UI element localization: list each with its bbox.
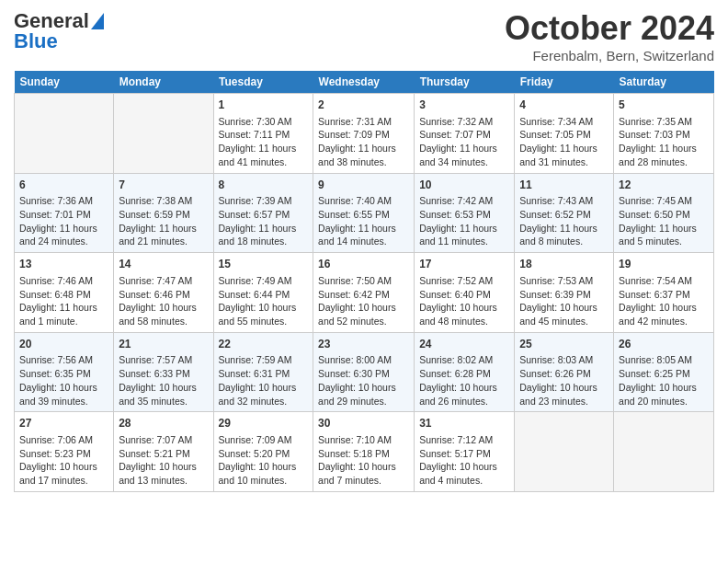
sunrise-text: Sunrise: 7:07 AM — [119, 434, 192, 445]
daylight-text: Daylight: 10 hours and 55 minutes. — [219, 302, 297, 327]
col-monday: Monday — [114, 71, 213, 94]
day-number: 6 — [19, 178, 108, 193]
daylight-text: Daylight: 11 hours and 38 minutes. — [318, 143, 396, 167]
daylight-text: Daylight: 10 hours and 7 minutes. — [318, 461, 396, 486]
sunset-text: Sunset: 6:48 PM — [19, 289, 91, 300]
day-cell: 15Sunrise: 7:49 AMSunset: 6:44 PMDayligh… — [213, 253, 313, 333]
day-cell: 21Sunrise: 7:57 AMSunset: 6:33 PMDayligh… — [114, 332, 213, 412]
sunrise-text: Sunrise: 7:10 AM — [318, 434, 392, 445]
day-number: 22 — [219, 337, 309, 352]
day-cell — [15, 94, 114, 174]
day-number: 10 — [419, 178, 509, 193]
sunset-text: Sunset: 6:37 PM — [619, 289, 690, 300]
daylight-text: Daylight: 11 hours and 11 minutes. — [419, 223, 497, 247]
day-number: 1 — [219, 98, 309, 113]
daylight-text: Daylight: 10 hours and 45 minutes. — [519, 302, 597, 327]
daylight-text: Daylight: 10 hours and 35 minutes. — [119, 382, 197, 407]
daylight-text: Daylight: 11 hours and 34 minutes. — [419, 143, 497, 167]
col-saturday: Saturday — [614, 71, 714, 94]
daylight-text: Daylight: 10 hours and 10 minutes. — [219, 461, 297, 486]
day-number: 15 — [219, 257, 309, 272]
day-cell: 14Sunrise: 7:47 AMSunset: 6:46 PMDayligh… — [114, 253, 213, 333]
day-number: 20 — [19, 337, 108, 352]
day-cell: 29Sunrise: 7:09 AMSunset: 5:20 PMDayligh… — [213, 412, 313, 492]
daylight-text: Daylight: 11 hours and 24 minutes. — [19, 223, 97, 247]
day-number: 31 — [419, 416, 509, 431]
day-number: 21 — [119, 337, 208, 352]
day-cell: 9Sunrise: 7:40 AMSunset: 6:55 PMDaylight… — [313, 173, 415, 253]
sunrise-text: Sunrise: 7:54 AM — [619, 275, 692, 286]
day-number: 2 — [318, 98, 409, 113]
sunset-text: Sunset: 6:28 PM — [419, 368, 491, 379]
day-number: 12 — [619, 178, 709, 193]
day-number: 4 — [519, 98, 609, 113]
sunrise-text: Sunrise: 8:02 AM — [419, 354, 493, 365]
day-cell: 17Sunrise: 7:52 AMSunset: 6:40 PMDayligh… — [415, 253, 515, 333]
sunrise-text: Sunrise: 7:09 AM — [219, 434, 292, 445]
sunset-text: Sunset: 6:40 PM — [419, 289, 491, 300]
sunrise-text: Sunrise: 7:39 AM — [219, 195, 292, 206]
header-row: Sunday Monday Tuesday Wednesday Thursday… — [15, 71, 714, 94]
day-cell: 31Sunrise: 7:12 AMSunset: 5:17 PMDayligh… — [415, 412, 515, 492]
sunset-text: Sunset: 6:52 PM — [519, 209, 591, 220]
sunset-text: Sunset: 6:26 PM — [519, 368, 591, 379]
day-cell — [515, 412, 614, 492]
sunrise-text: Sunrise: 7:46 AM — [19, 275, 93, 286]
week-row-2: 6Sunrise: 7:36 AMSunset: 7:01 PMDaylight… — [15, 173, 714, 253]
sunrise-text: Sunrise: 7:52 AM — [419, 275, 493, 286]
day-number: 17 — [419, 257, 509, 272]
day-number: 25 — [519, 337, 609, 352]
sunrise-text: Sunrise: 7:35 AM — [619, 116, 692, 127]
day-cell: 3Sunrise: 7:32 AMSunset: 7:07 PMDaylight… — [415, 94, 515, 174]
sunrise-text: Sunrise: 7:40 AM — [318, 195, 392, 206]
day-number: 3 — [419, 98, 509, 113]
day-cell: 19Sunrise: 7:54 AMSunset: 6:37 PMDayligh… — [614, 253, 714, 333]
col-tuesday: Tuesday — [213, 71, 313, 94]
day-cell: 28Sunrise: 7:07 AMSunset: 5:21 PMDayligh… — [114, 412, 213, 492]
sunset-text: Sunset: 7:11 PM — [219, 129, 290, 140]
sunrise-text: Sunrise: 7:12 AM — [419, 434, 493, 445]
daylight-text: Daylight: 11 hours and 21 minutes. — [119, 223, 197, 247]
sunrise-text: Sunrise: 7:31 AM — [318, 116, 392, 127]
sunset-text: Sunset: 7:01 PM — [19, 209, 91, 220]
sunset-text: Sunset: 6:42 PM — [318, 289, 390, 300]
header: General Blue October 2024 Ferenbalm, Ber… — [14, 9, 714, 63]
sunset-text: Sunset: 6:25 PM — [619, 368, 690, 379]
day-cell: 1Sunrise: 7:30 AMSunset: 7:11 PMDaylight… — [213, 94, 313, 174]
sunset-text: Sunset: 5:21 PM — [119, 448, 190, 459]
sunrise-text: Sunrise: 7:49 AM — [219, 275, 292, 286]
day-cell: 23Sunrise: 8:00 AMSunset: 6:30 PMDayligh… — [313, 332, 415, 412]
sunset-text: Sunset: 5:17 PM — [419, 448, 491, 459]
logo-blue: Blue — [14, 29, 58, 53]
week-row-5: 27Sunrise: 7:06 AMSunset: 5:23 PMDayligh… — [15, 412, 714, 492]
day-cell: 22Sunrise: 7:59 AMSunset: 6:31 PMDayligh… — [213, 332, 313, 412]
day-cell: 7Sunrise: 7:38 AMSunset: 6:59 PMDaylight… — [114, 173, 213, 253]
sunset-text: Sunset: 6:46 PM — [119, 289, 190, 300]
day-number: 8 — [219, 178, 309, 193]
day-cell: 5Sunrise: 7:35 AMSunset: 7:03 PMDaylight… — [614, 94, 714, 174]
day-number: 29 — [219, 416, 309, 431]
sunrise-text: Sunrise: 7:36 AM — [19, 195, 93, 206]
logo-arrow-icon — [91, 13, 104, 29]
day-cell: 16Sunrise: 7:50 AMSunset: 6:42 PMDayligh… — [313, 253, 415, 333]
day-number: 30 — [318, 416, 409, 431]
daylight-text: Daylight: 10 hours and 58 minutes. — [119, 302, 197, 327]
sunset-text: Sunset: 6:57 PM — [219, 209, 290, 220]
daylight-text: Daylight: 10 hours and 23 minutes. — [519, 382, 597, 407]
sunrise-text: Sunrise: 7:57 AM — [119, 354, 192, 365]
sunrise-text: Sunrise: 7:56 AM — [19, 354, 93, 365]
daylight-text: Daylight: 10 hours and 52 minutes. — [318, 302, 396, 327]
day-cell: 24Sunrise: 8:02 AMSunset: 6:28 PMDayligh… — [415, 332, 515, 412]
day-cell: 2Sunrise: 7:31 AMSunset: 7:09 PMDaylight… — [313, 94, 415, 174]
sunrise-text: Sunrise: 7:45 AM — [619, 195, 692, 206]
day-cell: 6Sunrise: 7:36 AMSunset: 7:01 PMDaylight… — [15, 173, 114, 253]
day-cell: 8Sunrise: 7:39 AMSunset: 6:57 PMDaylight… — [213, 173, 313, 253]
daylight-text: Daylight: 11 hours and 1 minute. — [19, 302, 97, 327]
col-wednesday: Wednesday — [313, 71, 415, 94]
daylight-text: Daylight: 10 hours and 29 minutes. — [318, 382, 396, 407]
week-row-3: 13Sunrise: 7:46 AMSunset: 6:48 PMDayligh… — [15, 253, 714, 333]
day-cell: 13Sunrise: 7:46 AMSunset: 6:48 PMDayligh… — [15, 253, 114, 333]
sunrise-text: Sunrise: 7:47 AM — [119, 275, 192, 286]
sunset-text: Sunset: 7:05 PM — [519, 129, 591, 140]
daylight-text: Daylight: 10 hours and 48 minutes. — [419, 302, 497, 327]
